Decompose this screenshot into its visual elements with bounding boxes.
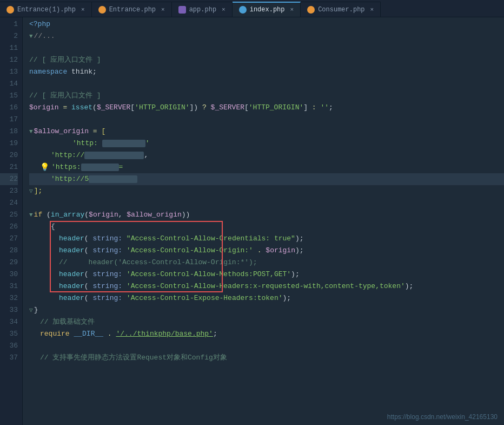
php-open-tag: <?php	[29, 18, 50, 30]
code-line-36	[29, 340, 504, 352]
tab-index[interactable]: index.php ×	[233, 2, 301, 17]
ln-34: 34	[0, 316, 18, 328]
ln-15: 15	[0, 90, 18, 102]
ln-22: 22	[0, 173, 18, 185]
fold-icon-33[interactable]: ▽	[29, 304, 33, 316]
code-line-30: header ( string: 'Access-Control-Allow-M…	[29, 269, 504, 280]
tab-close-app[interactable]: ×	[222, 6, 226, 13]
tab-close-entrance1[interactable]: ×	[81, 6, 85, 13]
op-assign: =	[63, 102, 67, 114]
ln-27: 27	[0, 233, 18, 245]
tab-app[interactable]: app.php ×	[172, 2, 233, 17]
blurred-url2	[84, 152, 144, 159]
array-close: ];	[34, 185, 43, 197]
comment-app-entry2: // [ 应用入口文件 ]	[29, 90, 101, 102]
code-line-22: 'http://5	[29, 173, 504, 185]
code-line-2: ▼//...	[29, 30, 504, 42]
ln-13: 13	[0, 66, 18, 78]
fold-icon-23[interactable]: ▽	[29, 185, 33, 197]
tab-label-entrance: Entrance.php	[109, 6, 156, 14]
var-allow-origin: $allow_origin	[34, 126, 89, 138]
tab-icon-entrance	[98, 6, 106, 14]
line-numbers: 1 2 11 12 13 14 15 16 17 18 19 20 21 22 …	[0, 17, 23, 425]
str-http2: 'http://	[51, 149, 84, 161]
ln-26: 26	[0, 221, 18, 233]
ln-17: 17	[0, 114, 18, 126]
namespace-kw: namespace	[29, 66, 67, 78]
kw-require: require	[40, 328, 70, 340]
tab-icon-index	[239, 6, 247, 14]
ln-36: 36	[0, 340, 18, 352]
code-line-28: header ( string: 'Access-Control-Allow-O…	[29, 245, 504, 257]
ln-32: 32	[0, 292, 18, 304]
brace-open: {	[51, 221, 55, 233]
code-line-27: header ( string: "Access-Control-Allow-C…	[29, 233, 504, 245]
ln-29: 29	[0, 257, 18, 269]
func-in-array: in_array	[51, 209, 84, 221]
code-line-34: // 加载基础文件	[29, 316, 504, 328]
ln-19: 19	[0, 138, 18, 149]
tab-label-app: app.php	[189, 6, 216, 14]
code-line-37: // 支持事先使用静态方法设置Request对象和Config对象	[29, 352, 504, 364]
fold-icon-25[interactable]: ▼	[29, 209, 33, 221]
blurred-url3	[81, 164, 119, 171]
fold-icon-2[interactable]: ▼	[29, 30, 33, 42]
code-line-14	[29, 78, 504, 90]
ln-24: 24	[0, 197, 18, 209]
ln-25: 25	[0, 209, 18, 221]
ln-28: 28	[0, 245, 18, 257]
ln-20: 20	[0, 149, 18, 161]
tab-consumer[interactable]: Consumer.php ×	[301, 2, 381, 17]
code-line-11	[29, 42, 504, 54]
fold-icon-18[interactable]: ▼	[29, 126, 33, 138]
tab-label-index: index.php	[250, 6, 285, 14]
func-header-27: header	[59, 233, 84, 245]
str-http3: 'http://5	[51, 173, 89, 185]
tab-close-entrance[interactable]: ×	[161, 6, 165, 13]
ln-16: 16	[0, 102, 18, 114]
tab-icon-app	[178, 6, 186, 14]
tab-label-consumer: Consumer.php	[318, 6, 364, 14]
func-header-32: header	[59, 292, 84, 304]
code-content: <?php ▼//... // [ 应用入口文件 ] namespace thi…	[23, 17, 504, 425]
func-header-28: header	[59, 245, 84, 257]
code-line-1: <?php	[29, 18, 504, 30]
tab-close-consumer[interactable]: ×	[370, 6, 374, 13]
ln-33: 33	[0, 304, 18, 316]
tab-icon-entrance1	[6, 6, 14, 14]
code-line-24	[29, 197, 504, 209]
code-line-33: ▽ }	[29, 304, 504, 316]
lightbulb-icon: 💡	[40, 161, 49, 173]
ln-18: 18	[0, 126, 18, 138]
code-line-19: 'http: '	[29, 138, 504, 149]
ln-37: 37	[0, 352, 18, 364]
tab-bar: Entrance(1).php × Entrance.php × app.php…	[0, 0, 504, 17]
code-line-21: 💡 'https: =	[29, 161, 504, 173]
tab-close-index[interactable]: ×	[290, 6, 294, 13]
code-line-29: // header('Access-Control-Allow-Origin:*…	[29, 257, 504, 269]
tab-entrance[interactable]: Entrance.php ×	[92, 2, 172, 17]
tab-entrance1[interactable]: Entrance(1).php ×	[0, 2, 92, 17]
code-line-13: namespace think;	[29, 66, 504, 78]
code-line-12: // [ 应用入口文件 ]	[29, 54, 504, 66]
func-isset: isset	[71, 102, 92, 114]
var-origin: $origin	[29, 102, 59, 114]
str-https1: 'https:	[51, 161, 81, 173]
code-line-25: ▼ if ( in_array ( $origin , $allow_origi…	[29, 209, 504, 221]
brace-close: }	[34, 304, 38, 316]
comment-app-entry: // [ 应用入口文件 ]	[29, 54, 101, 66]
code-line-17	[29, 114, 504, 126]
ln-1: 1	[0, 18, 18, 30]
comment-support: // 支持事先使用静态方法设置Request对象和Config对象	[40, 352, 227, 364]
code-line-35: require __DIR__ . '/../thinkphp/base.php…	[29, 328, 504, 340]
comment-ellipsis: //...	[34, 30, 55, 42]
namespace-think: think;	[71, 66, 97, 78]
blurred-url4	[89, 175, 137, 183]
func-header-31: header	[59, 280, 84, 292]
code-line-15: // [ 应用入口文件 ]	[29, 90, 504, 102]
kw-if: if	[34, 209, 43, 221]
ln-21: 21	[0, 161, 18, 173]
ln-23: 23	[0, 185, 18, 197]
comment-header-star: // header('Access-Control-Allow-Origin:*…	[59, 257, 257, 269]
blurred-url1	[102, 140, 145, 147]
